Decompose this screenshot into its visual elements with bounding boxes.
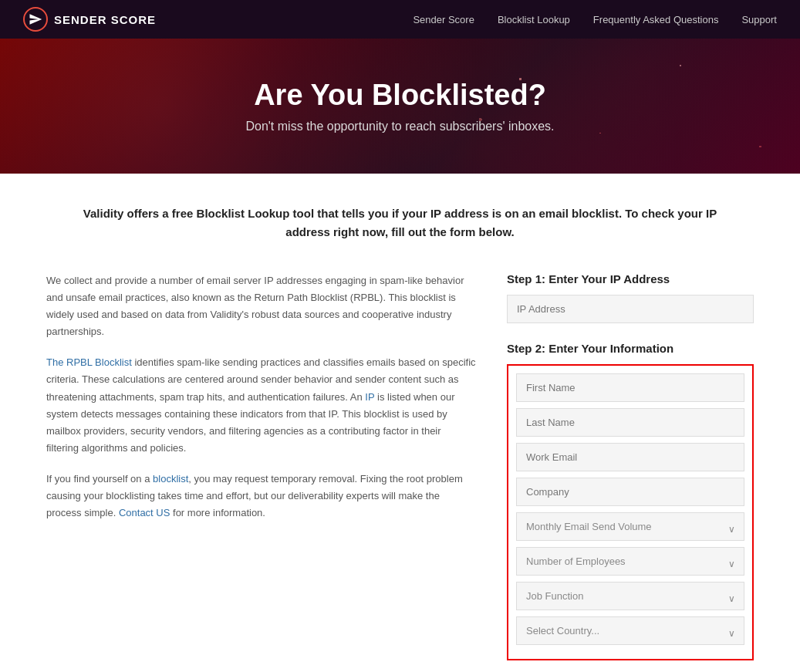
- nav-support[interactable]: Support: [741, 14, 777, 25]
- nav-sender-score[interactable]: Sender Score: [413, 14, 474, 25]
- para-2-text: identifies spam-like sending practices a…: [46, 356, 476, 453]
- last-name-input[interactable]: [516, 408, 744, 437]
- job-function-wrapper: Job Function IT Marketing Sales Operatio…: [516, 582, 744, 616]
- description-text: Validity offers a free Blocklist Lookup …: [62, 204, 738, 241]
- left-column: We collect and provide a number of email…: [46, 272, 476, 672]
- main-content: We collect and provide a number of email…: [0, 257, 800, 672]
- email-volume-select[interactable]: Monthly Email Send Volume < 100K 100K - …: [516, 512, 744, 541]
- ip-link[interactable]: IP: [365, 391, 374, 403]
- first-name-input[interactable]: [516, 373, 744, 402]
- step1-title: Step 1: Enter Your IP Address: [507, 272, 754, 285]
- navigation: SENDER SCORE Sender Score Blocklist Look…: [0, 0, 800, 39]
- para-3: If you find yourself on a blocklist, you…: [46, 471, 476, 522]
- contact-us-link[interactable]: Contact US: [119, 507, 170, 518]
- hero-heading: Are You Blocklisted?: [254, 79, 546, 112]
- employees-wrapper: Number of Employees 1-10 11-50 51-200 20…: [516, 547, 744, 582]
- description-section: Validity offers a free Blocklist Lookup …: [0, 174, 800, 257]
- para-3-post: for more information.: [170, 507, 265, 518]
- step2-form-box: Monthly Email Send Volume < 100K 100K - …: [507, 364, 754, 660]
- step2-title: Step 2: Enter Your Information: [507, 342, 754, 355]
- para-1: We collect and provide a number of email…: [46, 272, 476, 340]
- employees-select[interactable]: Number of Employees 1-10 11-50 51-200 20…: [516, 547, 744, 576]
- logo-text: SENDER SCORE: [54, 13, 156, 26]
- rpbl-link[interactable]: The RPBL Blocklist: [46, 356, 132, 368]
- blocklist-link[interactable]: blocklist: [153, 473, 188, 485]
- country-wrapper: Select Country... United States United K…: [516, 616, 744, 651]
- hero-section: Are You Blocklisted? Don't miss the oppo…: [0, 39, 800, 174]
- right-column: Step 1: Enter Your IP Address Step 2: En…: [507, 272, 754, 672]
- nav-blocklist-lookup[interactable]: Blocklist Lookup: [498, 14, 570, 25]
- nav-faq[interactable]: Frequently Asked Questions: [593, 14, 719, 25]
- logo-icon: [23, 7, 48, 32]
- job-function-select[interactable]: Job Function IT Marketing Sales Operatio…: [516, 582, 744, 610]
- para-2: The RPBL Blocklist identifies spam-like …: [46, 354, 476, 457]
- ip-address-input[interactable]: [507, 295, 754, 323]
- nav-links: Sender Score Blocklist Lookup Frequently…: [413, 14, 777, 25]
- company-input[interactable]: [516, 478, 744, 506]
- hero-subheading: Don't miss the opportunity to reach subs…: [245, 120, 554, 133]
- email-volume-wrapper: Monthly Email Send Volume < 100K 100K - …: [516, 512, 744, 547]
- logo[interactable]: SENDER SCORE: [23, 7, 156, 32]
- work-email-input[interactable]: [516, 443, 744, 471]
- country-select[interactable]: Select Country... United States United K…: [516, 616, 744, 645]
